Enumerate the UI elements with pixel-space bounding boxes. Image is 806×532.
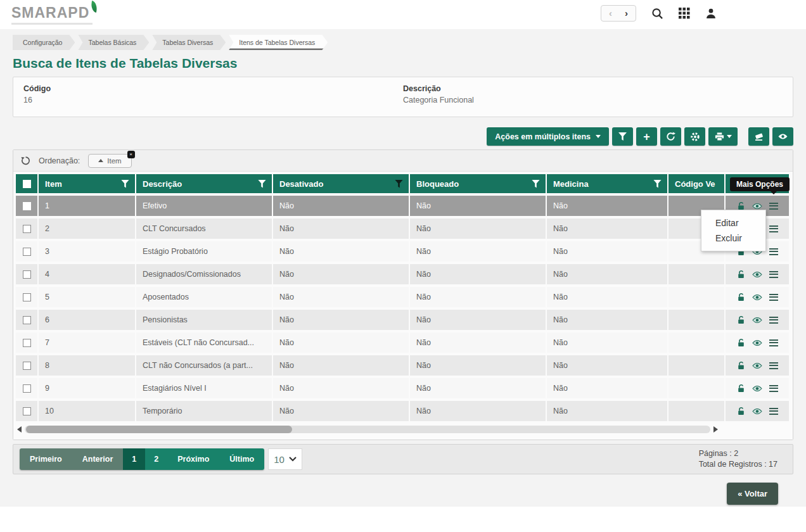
- more-options-icon[interactable]: [769, 338, 778, 348]
- table-row[interactable]: 8 CLT não Concursados (a part... Não Não…: [16, 355, 790, 376]
- view-icon[interactable]: [752, 408, 762, 415]
- view-icon[interactable]: [752, 271, 762, 278]
- undo-sort-icon[interactable]: [21, 156, 30, 165]
- page-first-button[interactable]: Primeiro: [20, 448, 72, 470]
- more-options-icon[interactable]: [769, 246, 778, 256]
- menu-item-editar[interactable]: Editar: [701, 215, 765, 231]
- table-row[interactable]: 9 Estagiários Nível I Não Não Não: [16, 378, 790, 398]
- scroll-left-icon[interactable]: [17, 426, 22, 433]
- breadcrumb-configuracao[interactable]: Configuração: [13, 35, 75, 50]
- view-icon[interactable]: [752, 362, 762, 369]
- table-row[interactable]: 1 Efetivo Não Não Não: [16, 196, 790, 216]
- row-checkbox[interactable]: [23, 202, 31, 210]
- page-1-button[interactable]: 1: [123, 448, 145, 470]
- page-size-select[interactable]: 10: [268, 448, 302, 470]
- ordering-chip-item[interactable]: Item ×: [88, 154, 131, 168]
- cell-codigo-ve: [668, 332, 724, 353]
- filter-active-icon[interactable]: [395, 180, 403, 188]
- row-checkbox[interactable]: [23, 248, 31, 256]
- unlock-icon[interactable]: [737, 201, 745, 210]
- row-checkbox[interactable]: [23, 316, 31, 324]
- table-row[interactable]: 4 Designados/Comissionados Não Não Não: [16, 264, 790, 284]
- more-options-icon[interactable]: [769, 201, 778, 211]
- header-medicina[interactable]: Medicina: [547, 174, 667, 193]
- breadcrumb-tabelas-basicas[interactable]: Tabelas Básicas: [78, 35, 149, 50]
- view-icon[interactable]: [752, 339, 762, 346]
- select-all-checkbox[interactable]: [23, 180, 31, 188]
- unlock-icon[interactable]: [737, 384, 745, 393]
- filter-button[interactable]: [612, 127, 633, 146]
- row-checkbox[interactable]: [23, 270, 31, 279]
- view-icon[interactable]: [752, 294, 762, 301]
- scrollbar-track[interactable]: [25, 426, 710, 433]
- more-options-icon[interactable]: [769, 224, 778, 234]
- view-icon[interactable]: [752, 385, 762, 392]
- table-row[interactable]: 10 Temporário Não Não Não: [16, 401, 790, 421]
- table-row[interactable]: 6 Pensionistas Não Não Não: [16, 310, 790, 330]
- filter-icon[interactable]: [653, 180, 662, 188]
- filter-icon[interactable]: [121, 180, 129, 188]
- cell-descricao: Estágio Probatório: [136, 241, 272, 262]
- breadcrumb-tabelas-diversas[interactable]: Tabelas Diversas: [152, 35, 226, 50]
- remove-sort-icon[interactable]: ×: [127, 151, 135, 158]
- header-desativado[interactable]: Desativado: [273, 174, 409, 193]
- apps-grid-icon[interactable]: [679, 8, 690, 19]
- horizontal-scrollbar[interactable]: [17, 426, 718, 433]
- page-last-button[interactable]: Último: [219, 448, 264, 470]
- page-next-button[interactable]: Próximo: [167, 448, 219, 470]
- row-checkbox[interactable]: [23, 362, 31, 370]
- more-options-icon[interactable]: [769, 360, 778, 370]
- voltar-button[interactable]: « Voltar: [727, 483, 778, 505]
- view-columns-button[interactable]: [772, 127, 793, 146]
- clear-filters-button[interactable]: [748, 127, 769, 146]
- unlock-icon[interactable]: [737, 338, 745, 347]
- nav-forward-icon[interactable]: ›: [625, 8, 628, 19]
- row-checkbox[interactable]: [23, 384, 31, 393]
- more-options-icon[interactable]: [769, 269, 778, 279]
- ordering-bar: Ordenação: Item ×: [13, 150, 793, 172]
- add-button[interactable]: +: [636, 127, 657, 146]
- filter-icon[interactable]: [258, 180, 266, 188]
- cell-desativado: Não: [273, 241, 409, 262]
- nav-back-icon[interactable]: ‹: [609, 8, 612, 19]
- more-options-icon[interactable]: [769, 315, 778, 325]
- table-row[interactable]: 2 CLT Concursados Não Não Não: [16, 218, 790, 239]
- row-checkbox[interactable]: [23, 293, 31, 301]
- page-2-button[interactable]: 2: [145, 448, 167, 470]
- unlock-icon[interactable]: [737, 270, 745, 279]
- scrollbar-thumb[interactable]: [26, 426, 292, 433]
- view-icon[interactable]: [752, 317, 762, 324]
- search-icon[interactable]: [651, 8, 663, 20]
- header-descricao[interactable]: Descrição: [136, 174, 272, 193]
- unlock-icon[interactable]: [737, 407, 745, 415]
- unlock-icon[interactable]: [737, 361, 745, 370]
- header-bloqueado[interactable]: Bloqueado: [410, 174, 546, 193]
- breadcrumb-itens-tabelas-diversas[interactable]: Itens de Tabelas Diversas: [229, 35, 328, 50]
- user-icon[interactable]: [705, 8, 717, 19]
- checkbox-cell: [16, 310, 37, 330]
- cell-bloqueado: Não: [410, 332, 546, 353]
- multi-actions-button[interactable]: Ações em múltiplos itens: [487, 127, 609, 146]
- print-button[interactable]: [708, 127, 738, 146]
- refresh-button[interactable]: [660, 127, 681, 146]
- cell-item: 8: [39, 355, 135, 376]
- table-row[interactable]: 7 Estáveis (CLT não Concursad... Não Não…: [16, 332, 790, 353]
- table-row[interactable]: 3 Estágio Probatório Não Não Não: [16, 241, 790, 262]
- unlock-icon[interactable]: [737, 315, 745, 324]
- row-checkbox[interactable]: [23, 225, 31, 233]
- more-options-icon[interactable]: [769, 292, 778, 302]
- page-previous-button[interactable]: Anterior: [72, 448, 124, 470]
- more-options-icon[interactable]: [769, 406, 778, 416]
- row-checkbox[interactable]: [23, 407, 31, 415]
- unlock-icon[interactable]: [737, 293, 745, 301]
- view-icon[interactable]: [752, 203, 762, 210]
- table-row[interactable]: 5 Aposentados Não Não Não: [16, 287, 790, 307]
- more-options-icon[interactable]: [769, 383, 778, 393]
- filter-icon[interactable]: [532, 180, 540, 188]
- settings-button[interactable]: [684, 127, 705, 146]
- scroll-right-icon[interactable]: [713, 426, 718, 433]
- menu-item-excluir[interactable]: Excluir: [701, 231, 765, 246]
- header-codigo-ve[interactable]: Código Ve: [668, 174, 724, 193]
- header-item[interactable]: Item: [39, 174, 135, 193]
- row-checkbox[interactable]: [23, 339, 31, 347]
